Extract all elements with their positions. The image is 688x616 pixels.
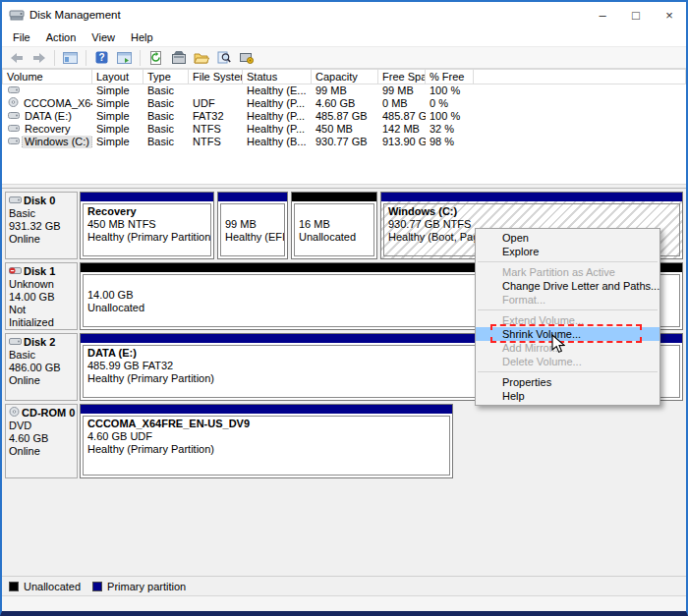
table-row-selected[interactable]: Windows (C:) Simple Basic NTFS Healthy (… [2,136,686,148]
minimize-button[interactable]: – [586,2,619,28]
disk-type: Unknown [9,278,74,291]
legend-primary-partition: Primary partition [92,581,186,592]
table-row[interactable]: Simple Basic Healthy (E... 99 MB 99 MB 1… [2,84,686,97]
legend-bar: Unallocated Primary partition [2,576,686,595]
title-bar: Disk Management – □ × [2,2,686,28]
cdrom-0-label[interactable]: CD-ROM 0 DVD 4.60 GB Online [5,404,78,478]
volume-type: Basic [143,84,189,97]
disk-0-label[interactable]: Disk 0 Basic 931.32 GB Online [5,192,78,259]
column-header-volume[interactable]: Volume [2,69,92,84]
volume-status: Healthy (E... [243,84,312,97]
volume-layout: Simple [92,110,143,123]
disk-2-label[interactable]: Disk 2 Basic 486.00 GB Online [5,333,78,401]
disk-name: Disk 0 [24,195,55,207]
toolbar: ? [2,46,686,69]
menu-item-delete-volume: Delete Volume... [476,355,659,368]
close-button[interactable]: × [653,2,686,28]
volume-name: Recovery [23,123,72,136]
unallocated-swatch [9,582,19,591]
volume-free: 142 MB [378,123,426,136]
table-row[interactable]: DATA (E:) Simple Basic FAT32 Healthy (P.… [2,110,686,123]
partition-recovery[interactable]: Recovery 450 MB NTFS Healthy (Primary Pa… [80,192,214,259]
partition-name: Windows (C:) [388,205,675,218]
volume-pct-free: 32 % [426,123,474,136]
action-pane-icon[interactable] [114,48,135,67]
toolbar-separator [54,50,55,66]
primary-partition-swatch [92,582,102,591]
disk-1-label[interactable]: Disk 1 Unknown 14.00 GB Not Initialized [5,262,78,330]
menu-item-help[interactable]: Help [476,389,659,403]
legend-label: Unallocated [24,581,81,592]
search-icon[interactable] [213,48,234,67]
column-header-filler [474,69,686,84]
disk-size: 486.00 GB [9,362,74,374]
menu-item-add-mirror: Add Mirror... [476,341,659,355]
menu-item-change-drive-letter[interactable]: Change Drive Letter and Paths... [476,279,659,293]
table-row[interactable]: Recovery Simple Basic NTFS Healthy (P...… [2,123,686,136]
cd-volume-icon [8,97,19,110]
column-header-free-space[interactable]: Free Spa... [378,69,426,84]
volume-free: 0 MB [378,97,426,110]
partition-name [225,205,280,218]
volume-fs: NTFS [189,136,243,148]
menu-file[interactable]: File [5,29,38,45]
partition-detail: 99 MB [225,218,280,231]
disk-status: Not Initialized [9,304,74,329]
partition-color-bar [381,193,682,201]
volume-free: 485.87 GB [378,110,426,123]
menu-item-properties[interactable]: Properties [476,375,659,389]
volume-free: 99 MB [378,84,426,97]
menu-action[interactable]: Action [38,29,85,45]
volume-type: Basic [143,110,189,123]
menu-bar: File Action View Help [2,28,686,46]
column-header-pct-free[interactable]: % Free [426,69,474,84]
context-menu: Open Explore Mark Partition as Active Ch… [475,228,660,406]
volume-type: Basic [143,123,189,136]
volume-fs: FAT32 [189,110,243,123]
column-header-status[interactable]: Status [243,69,312,84]
volume-fs: UDF [189,97,243,110]
disk-name: Disk 2 [24,336,55,349]
menu-help[interactable]: Help [123,29,161,45]
disk-volume-icon [8,136,20,148]
menu-item-extend-volume: Extend Volume... [476,313,659,327]
manage-icon[interactable] [236,48,257,67]
toolbar-separator [140,50,141,66]
cdrom-0-row: CD-ROM 0 DVD 4.60 GB Online CCCOMA_X64FR… [5,404,683,478]
column-header-type[interactable]: Type [143,69,189,84]
menu-item-explore[interactable]: Explore [476,245,659,258]
column-header-layout[interactable]: Layout [92,69,143,84]
disk-size: 931.32 GB [9,220,74,233]
volume-capacity: 485.87 GB [312,110,378,123]
partition-unallocated-16mb[interactable]: 16 MB Unallocated [291,192,377,259]
disk-status: Online [9,445,74,458]
partition-efi[interactable]: 99 MB Healthy (EFI System Parti [217,192,288,259]
partition-color-bar [81,193,213,201]
column-header-capacity[interactable]: Capacity [312,69,378,84]
disk-size: 14.00 GB [9,291,74,304]
volume-capacity: 930.77 GB [312,136,378,148]
forward-icon[interactable] [29,48,49,67]
maximize-button[interactable]: □ [619,2,653,28]
column-header-file-system[interactable]: File System [189,69,243,84]
menu-item-shrink-volume[interactable]: Shrink Volume... [476,327,659,341]
disk-type: DVD [9,420,74,432]
disk-status: Online [9,374,74,387]
partition-dvd[interactable]: CCCOMA_X64FRE_EN-US_DV9 4.60 GB UDF Heal… [80,404,453,478]
partition-health: Healthy (EFI System Parti [225,231,280,244]
volume-capacity: 4.60 GB [312,97,378,110]
menu-item-label: Shrink Volume... [502,328,581,340]
help-icon[interactable]: ? [91,48,112,67]
table-row[interactable]: CCCOMA_X64FRE... Simple Basic UDF Health… [2,97,686,110]
disk-volume-icon [8,110,20,123]
attributes-icon[interactable] [168,48,189,67]
console-tree-icon[interactable] [60,48,81,67]
menu-item-open[interactable]: Open [476,231,659,245]
menu-view[interactable]: View [84,29,123,45]
open-folder-icon[interactable] [191,48,211,67]
refresh-icon[interactable] [145,48,166,67]
volume-name: Windows (C:) [23,136,91,148]
back-icon[interactable] [6,48,27,67]
disk-status: Online [9,233,74,246]
drive-error-icon [9,265,22,278]
